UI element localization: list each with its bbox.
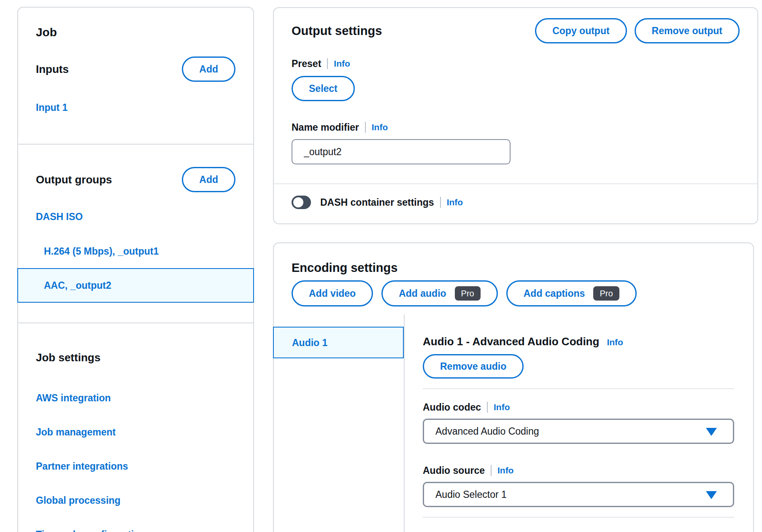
job-navigation-panel: Job Inputs Add Input 1 Output groups Add…: [17, 7, 254, 532]
job-panel-title: Job: [36, 25, 235, 40]
audio-codec-select[interactable]: Advanced Audio Coding: [423, 419, 734, 444]
audio-source-label: Audio source: [423, 465, 485, 476]
add-input-button[interactable]: Add: [182, 56, 235, 82]
label-divider: [491, 465, 492, 476]
sidebar-item-input-1[interactable]: Input 1: [36, 101, 235, 114]
sidebar-item-job-management[interactable]: Job management: [36, 426, 235, 438]
output-groups-section: Output groups Add DASH ISO H.264 (5 Mbps…: [18, 167, 253, 323]
encoding-settings-title: Encoding settings: [292, 260, 735, 275]
output-settings-actions: Copy output Remove output: [535, 18, 740, 43]
dash-container-settings-toggle[interactable]: [292, 196, 311, 209]
label-divider: [440, 197, 441, 208]
sidebar-item-output-2-selected[interactable]: AAC, _output2: [17, 268, 254, 303]
toggle-knob-icon: [293, 197, 303, 207]
panel-divider: [423, 388, 734, 389]
pro-badge: Pro: [593, 286, 619, 301]
preset-label-row: Preset Info: [292, 57, 740, 70]
inputs-heading: Inputs: [36, 62, 69, 76]
copy-output-button[interactable]: Copy output: [535, 18, 627, 43]
sidebar-item-partner-integrations[interactable]: Partner integrations: [36, 460, 235, 473]
encoding-actions-row: Add video Add audio Pro Add captions Pro: [292, 280, 735, 306]
audio-codec-info-link[interactable]: Info: [494, 402, 510, 412]
chevron-down-icon: [706, 491, 717, 499]
audio-1-info-link[interactable]: Info: [607, 337, 623, 347]
dash-container-settings-label: DASH container settings: [320, 197, 434, 208]
audio-source-info-link[interactable]: Info: [497, 465, 513, 476]
mediaconvert-job-page: Job Inputs Add Input 1 Output groups Add…: [0, 0, 762, 532]
job-settings-heading: Job settings: [36, 350, 235, 365]
label-divider: [487, 402, 488, 413]
audio-source-value: Audio Selector 1: [435, 489, 507, 500]
preset-info-link[interactable]: Info: [334, 59, 350, 69]
audio-tab-list: Audio 1: [274, 314, 405, 532]
preset-label: Preset: [292, 58, 321, 70]
pro-badge: Pro: [455, 286, 481, 301]
name-modifier-label: Name modifier: [292, 122, 359, 133]
output-settings-header: Output settings Copy output Remove outpu…: [292, 18, 740, 43]
audio-1-panel: Audio 1 - Advanced Audio Coding Info Rem…: [405, 314, 753, 532]
sidebar-item-output-2-label: AAC, _output2: [18, 279, 111, 292]
sidebar-item-dash-iso[interactable]: DASH ISO: [36, 210, 235, 223]
preset-select-button[interactable]: Select: [292, 76, 355, 101]
sidebar-item-output-1[interactable]: H.264 (5 Mbps), _output1: [36, 245, 235, 258]
section-divider: [274, 183, 757, 184]
sidebar-item-timecode-configuration[interactable]: Timecode configuration: [36, 528, 235, 532]
sidebar-item-global-processing[interactable]: Global processing: [36, 494, 235, 507]
output-settings-card: Output settings Copy output Remove outpu…: [273, 7, 758, 224]
audio-1-heading-row: Audio 1 - Advanced Audio Coding Info: [423, 335, 734, 348]
remove-output-button[interactable]: Remove output: [635, 18, 740, 43]
tab-audio-1[interactable]: Audio 1: [273, 327, 404, 358]
name-modifier-info-link[interactable]: Info: [372, 122, 388, 132]
output-groups-heading: Output groups: [36, 172, 112, 187]
add-video-button[interactable]: Add video: [292, 280, 373, 306]
output-groups-header-row: Output groups Add: [36, 167, 235, 192]
name-modifier-input[interactable]: [292, 139, 511, 164]
audio-codec-label-row: Audio codec Info: [423, 401, 734, 414]
audio-codec-label: Audio codec: [423, 402, 481, 413]
audio-codec-value: Advanced Audio Coding: [435, 426, 539, 437]
add-output-group-button[interactable]: Add: [182, 167, 235, 192]
add-captions-label: Add captions: [524, 288, 585, 299]
dash-container-settings-info-link[interactable]: Info: [447, 197, 463, 207]
label-divider: [365, 122, 366, 133]
encoding-settings-card: Encoding settings Add video Add audio Pr…: [273, 242, 754, 532]
sidebar-item-aws-integration[interactable]: AWS integration: [36, 392, 235, 404]
name-modifier-label-row: Name modifier Info: [292, 121, 740, 134]
job-settings-section: Job settings AWS integration Job managem…: [18, 350, 253, 532]
encoding-tab-layout: Audio 1 Audio 1 - Advanced Audio Coding …: [274, 314, 753, 532]
inputs-header-row: Inputs Add: [36, 56, 235, 82]
audio-source-label-row: Audio source Info: [423, 464, 734, 477]
dash-container-settings-row: DASH container settings Info: [292, 196, 740, 209]
add-audio-button[interactable]: Add audio Pro: [381, 280, 498, 306]
tab-audio-1-label: Audio 1: [274, 336, 327, 349]
add-captions-button[interactable]: Add captions Pro: [506, 280, 637, 306]
chevron-down-icon: [706, 428, 717, 436]
label-divider: [327, 58, 328, 69]
panel-divider: [423, 517, 734, 518]
remove-audio-button[interactable]: Remove audio: [423, 354, 524, 379]
audio-1-heading: Audio 1 - Advanced Audio Coding: [423, 335, 599, 348]
output-settings-title: Output settings: [292, 23, 382, 38]
add-audio-label: Add audio: [399, 288, 446, 299]
audio-source-select[interactable]: Audio Selector 1: [423, 482, 734, 507]
job-inputs-section: Job Inputs Add Input 1: [18, 25, 253, 145]
